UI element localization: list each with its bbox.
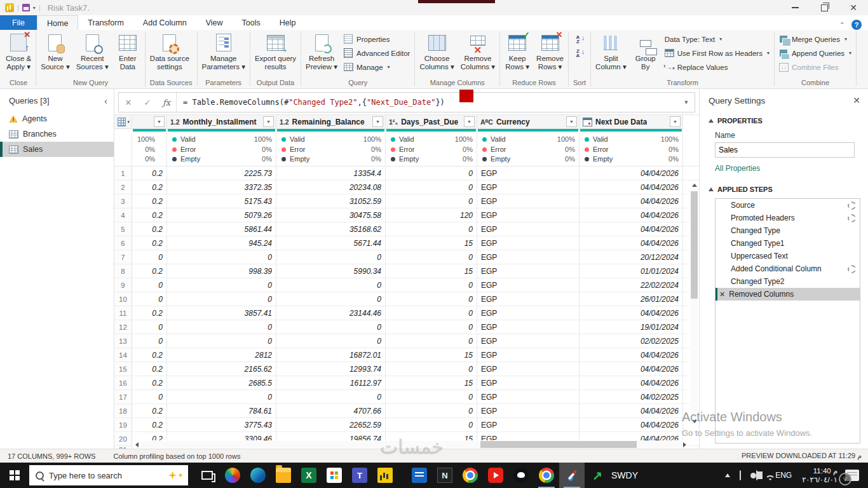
task-view-icon[interactable] <box>194 463 220 488</box>
use-first-row-as-headers-button[interactable]: Use First Row as Headers▾ <box>662 46 772 60</box>
taskbar-search[interactable]: Type here to search <box>29 465 188 485</box>
start-button[interactable] <box>0 463 29 488</box>
cell[interactable]: EGP <box>477 404 580 417</box>
collapse-pane-icon[interactable]: ‹ <box>104 95 107 106</box>
applied-step-source[interactable]: Source <box>715 199 860 212</box>
cell[interactable]: 04/04/2026 <box>580 180 683 194</box>
formula-input[interactable]: = Table.RemoveColumns(#"Changed Type2",{… <box>176 93 678 112</box>
cell[interactable]: 3857.41 <box>167 306 276 320</box>
cell[interactable]: EGP <box>477 222 580 236</box>
clock[interactable]: 11:40 م ٢٠٢٦/٠٤/٠١ <box>802 466 837 484</box>
cell[interactable]: EGP <box>477 376 580 390</box>
tab-help[interactable]: Help <box>270 15 306 30</box>
refresh-preview-button[interactable]: Refresh Preview ▾ <box>303 31 340 73</box>
profiling-info[interactable]: Column profiling based on top 1000 rows <box>113 452 240 460</box>
scroll-down-icon[interactable] <box>690 417 699 426</box>
new-source-button[interactable]: New Source ▾ <box>38 31 72 73</box>
cell[interactable]: 0 <box>386 194 477 208</box>
cell[interactable]: 0 <box>276 390 386 403</box>
merge-queries-button[interactable]: Merge Queries▾ <box>776 32 854 46</box>
cell[interactable]: 0 <box>386 404 477 417</box>
cell[interactable]: 5079.26 <box>167 208 276 222</box>
cell[interactable]: 0 <box>167 292 276 306</box>
row-number[interactable]: 14 <box>114 348 132 362</box>
replace-values-button[interactable]: ¹→₂Replace Values <box>662 60 772 74</box>
remove-columns-button[interactable]: Remove Columns ▾ <box>458 31 498 73</box>
cell[interactable]: EGP <box>477 348 580 362</box>
close-pane-icon[interactable]: ✕ <box>853 95 860 105</box>
append-queries-button[interactable]: Append Queries▾ <box>776 46 854 60</box>
sort-az-button[interactable]: AZ <box>571 32 585 46</box>
row-number[interactable]: 13 <box>114 334 132 348</box>
cell[interactable]: 0.2 <box>132 418 167 431</box>
minimize-button[interactable] <box>780 0 810 15</box>
cell[interactable]: 0 <box>167 320 276 334</box>
cell[interactable]: EGP <box>477 208 580 222</box>
filter-dropdown-button[interactable]: ▼ <box>263 116 274 127</box>
filter-dropdown-button[interactable]: ▼ <box>566 116 577 127</box>
applied-steps-section-header[interactable]: APPLIED STEPS <box>709 186 860 193</box>
cell[interactable]: 04/04/2026 <box>580 208 683 222</box>
step-settings-icon[interactable] <box>848 265 856 273</box>
cell[interactable]: 4707.66 <box>276 404 386 417</box>
cell[interactable]: 26/01/2024 <box>580 292 683 306</box>
step-settings-icon[interactable] <box>848 201 856 210</box>
cell[interactable]: 04/04/2026 <box>580 348 683 362</box>
cell[interactable]: 0 <box>386 180 477 194</box>
scroll-left-icon[interactable] <box>132 440 141 449</box>
cell[interactable]: 0 <box>167 334 276 348</box>
properties-button[interactable]: Properties <box>341 32 412 46</box>
filter-dropdown-button[interactable]: ▼ <box>154 116 165 127</box>
row-number[interactable]: 10 <box>114 292 132 306</box>
notification-center-icon[interactable]: V <box>845 470 859 481</box>
scroll-up-icon[interactable] <box>690 181 699 189</box>
applied-step-removed-columns[interactable]: ✕Removed Columns <box>715 288 860 301</box>
tab-home[interactable]: Home <box>37 15 78 30</box>
query-item-agents[interactable]: Agents <box>0 111 114 126</box>
cell[interactable]: 19/01/2024 <box>580 320 683 334</box>
copilot-icon[interactable] <box>220 463 245 488</box>
row-number[interactable]: 12 <box>114 320 132 334</box>
cell[interactable]: 0 <box>386 418 477 431</box>
cell[interactable]: EGP <box>477 250 580 264</box>
help-icon[interactable]: ? <box>851 20 862 30</box>
cell[interactable]: 0 <box>167 390 276 403</box>
row-number[interactable]: 5 <box>114 222 132 236</box>
cancel-formula-icon[interactable]: ✕ <box>119 98 138 107</box>
cell[interactable]: 04/04/2026 <box>580 376 683 390</box>
cell[interactable]: 0 <box>276 292 386 306</box>
battery-icon[interactable] <box>756 471 757 480</box>
cell[interactable]: EGP <box>477 334 580 348</box>
row-number[interactable]: 9 <box>114 278 132 292</box>
advanced-editor-button[interactable]: Advanced Editor <box>341 46 412 60</box>
cell[interactable]: 0.2 <box>132 208 167 222</box>
cell[interactable]: 0.2 <box>132 180 167 194</box>
cell[interactable]: 0 <box>132 334 167 348</box>
cell[interactable]: 35168.62 <box>276 222 386 236</box>
delete-step-icon[interactable]: ✕ <box>719 290 725 299</box>
cell[interactable]: 0 <box>386 334 477 348</box>
row-number[interactable]: 8 <box>114 264 132 278</box>
github-icon[interactable] <box>508 463 534 488</box>
horizontal-scroll-thumb[interactable] <box>480 441 637 448</box>
cell[interactable]: 0.2 <box>132 264 167 278</box>
cell[interactable]: 0 <box>132 292 167 306</box>
cell[interactable]: 04/04/2026 <box>580 236 683 250</box>
cell[interactable]: 30475.58 <box>276 208 386 222</box>
row-number[interactable]: 7 <box>114 250 132 264</box>
filter-dropdown-button[interactable]: ▼ <box>670 116 681 127</box>
table-menu-button[interactable]: ▾ <box>114 115 132 129</box>
query-name-input[interactable] <box>715 142 855 158</box>
tab-transform[interactable]: Transform <box>78 15 133 30</box>
cell[interactable]: 0 <box>167 250 276 264</box>
cell[interactable]: EGP <box>477 236 580 250</box>
properties-section-header[interactable]: PROPERTIES <box>709 117 860 125</box>
snip-app-icon[interactable] <box>559 463 585 488</box>
power-bi-icon[interactable] <box>372 463 398 488</box>
applied-step-changed-type2[interactable]: Changed Type2 <box>715 275 860 288</box>
collapse-ribbon-icon[interactable]: ⌃ <box>839 21 845 29</box>
cell[interactable]: 0 <box>386 306 477 320</box>
restore-button[interactable] <box>810 0 839 15</box>
filter-dropdown-button[interactable]: ▼ <box>464 116 475 127</box>
step-settings-icon[interactable] <box>848 214 856 222</box>
